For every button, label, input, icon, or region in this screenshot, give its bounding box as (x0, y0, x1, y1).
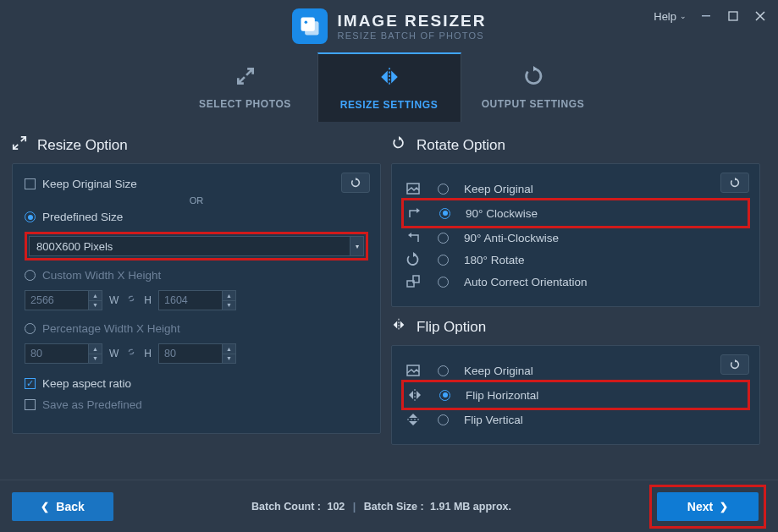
h-label: H (144, 294, 152, 306)
spin-down[interactable]: ▼ (223, 354, 235, 364)
radio-icon (439, 390, 450, 401)
rotate-keep-original-radio[interactable]: Keep Original (404, 178, 748, 200)
batch-count-label: Batch Count : (251, 501, 321, 513)
svg-marker-12 (417, 208, 420, 213)
tab-resize-settings[interactable]: RESIZE SETTINGS (317, 52, 461, 122)
w-label: W (109, 294, 119, 306)
radio-icon (438, 233, 449, 244)
minimize-button[interactable] (698, 8, 714, 24)
rotate-acw-radio[interactable]: 90° Anti-Clockwise (404, 227, 748, 249)
maximize-button[interactable] (726, 8, 741, 24)
svg-marker-7 (533, 66, 537, 72)
link-icon (125, 293, 137, 308)
flip-horizontal-radio[interactable]: Flip Horizontal (406, 384, 746, 406)
app-subtitle: RESIZE BATCH OF PHOTOS (338, 30, 487, 41)
keep-aspect-ratio-checkbox[interactable]: Keep aspect ratio (25, 377, 368, 390)
flip-keep-original-radio[interactable]: Keep Original (404, 359, 748, 381)
reset-flip-button[interactable] (720, 354, 749, 375)
rotate-panel: Keep Original 90° Clockwise 90° Anti-Clo… (391, 163, 760, 307)
tab-label: SELECT PHOTOS (199, 98, 291, 110)
flip-panel-header: Flip Option (391, 317, 760, 337)
percent-width-input[interactable]: ▲▼ (25, 343, 102, 364)
checkbox-icon (25, 378, 36, 389)
flip-panel: Keep Original Flip Horizontal Flip Verti… (391, 345, 760, 445)
svg-marker-24 (409, 421, 417, 425)
batch-size-value: 1.91 MB approx. (430, 501, 511, 513)
label: Keep Original (464, 365, 533, 377)
tab-label: OUTPUT SETTINGS (482, 98, 585, 110)
rotate-180-radio[interactable]: 180° Rotate (404, 249, 748, 271)
percent-height-input[interactable]: ▲▼ (158, 343, 236, 364)
label: Keep aspect ratio (42, 377, 131, 390)
keep-original-size-checkbox[interactable]: Keep Original Size (25, 178, 368, 190)
svg-rect-3 (702, 15, 710, 17)
rotate-180-icon (404, 252, 422, 267)
rotate-panel-header: Rotate Option (391, 135, 760, 155)
panel-title: Rotate Option (417, 137, 505, 154)
spin-up[interactable]: ▲ (89, 344, 102, 354)
h-label: H (144, 348, 152, 359)
label: 180° Rotate (464, 254, 524, 266)
next-button[interactable]: Next ❯ (657, 492, 759, 521)
custom-size-radio[interactable]: Custom Width X Height (25, 269, 368, 282)
radio-icon (438, 184, 449, 195)
predefined-size-select[interactable]: 800X600 Pixels ▾ (29, 236, 364, 256)
help-menu[interactable]: Help ⌄ (654, 10, 687, 23)
percentage-size-radio[interactable]: Percentage Width X Height (25, 322, 368, 335)
highlight-next: Next ❯ (649, 485, 766, 529)
close-button[interactable] (753, 8, 768, 24)
highlight-flip-horizontal: Flip Horizontal (401, 380, 750, 410)
help-label: Help (654, 10, 676, 23)
radio-icon (438, 365, 449, 376)
rotate-auto-radio[interactable]: Auto Correct Orientation (404, 271, 748, 293)
chevron-down-icon: ⌄ (680, 12, 687, 20)
save-as-predefined-checkbox[interactable]: Save as Predefined (25, 398, 368, 411)
panel-title: Resize Option (37, 137, 128, 154)
svg-marker-21 (409, 391, 413, 399)
predefined-size-radio[interactable]: Predefined Size (25, 211, 368, 223)
resize-panel: Keep Original Size OR Predefined Size 80… (12, 163, 381, 434)
reset-rotate-button[interactable] (720, 173, 749, 193)
tab-output-settings[interactable]: OUTPUT SETTINGS (461, 52, 605, 122)
custom-height-input[interactable]: ▲▼ (158, 290, 236, 310)
spin-down[interactable]: ▼ (89, 301, 102, 310)
tab-select-photos[interactable]: SELECT PHOTOS (174, 52, 317, 122)
tab-label: RESIZE SETTINGS (340, 99, 439, 111)
spin-down[interactable]: ▼ (89, 354, 102, 364)
spin-up[interactable]: ▲ (223, 344, 235, 354)
flip-vertical-radio[interactable]: Flip Vertical (404, 409, 748, 431)
panel-title: Flip Option (417, 319, 486, 336)
radio-icon (438, 277, 449, 288)
radio-icon (25, 270, 36, 281)
auto-orient-icon (404, 274, 422, 289)
chevron-right-icon: ❯ (720, 501, 728, 513)
spin-up[interactable]: ▲ (223, 291, 235, 301)
svg-point-2 (304, 21, 307, 24)
custom-width-input[interactable]: ▲▼ (25, 290, 102, 310)
spin-down[interactable]: ▼ (223, 301, 235, 310)
svg-marker-23 (409, 414, 417, 418)
flip-horizontal-icon (406, 387, 424, 403)
svg-rect-1 (305, 21, 318, 35)
select-value: 800X600 Pixels (36, 240, 113, 253)
label: 90° Anti-Clockwise (464, 232, 559, 244)
rotate-cw-radio[interactable]: 90° Clockwise (406, 202, 746, 224)
footer: ❮ Back Batch Count : 102 | Batch Size : … (0, 480, 778, 532)
reset-resize-button[interactable] (341, 173, 370, 193)
chevron-down-icon: ▾ (350, 237, 363, 255)
titlebar: IMAGE RESIZER RESIZE BATCH OF PHOTOS Hel… (0, 0, 778, 52)
label: Keep Original (464, 183, 533, 195)
app-title: IMAGE RESIZER (338, 12, 487, 30)
rotate-acw-icon (404, 230, 422, 245)
radio-icon (25, 323, 36, 334)
batch-stats: Batch Count : 102 | Batch Size : 1.91 MB… (251, 501, 511, 513)
or-divider: OR (25, 195, 368, 206)
svg-marker-22 (417, 391, 421, 399)
label: 90° Clockwise (466, 207, 538, 220)
label: Back (56, 500, 84, 513)
checkbox-icon (25, 178, 36, 189)
back-button[interactable]: ❮ Back (12, 492, 113, 521)
label: Next (687, 500, 713, 513)
spin-up[interactable]: ▲ (89, 291, 102, 301)
app-logo (292, 8, 328, 44)
